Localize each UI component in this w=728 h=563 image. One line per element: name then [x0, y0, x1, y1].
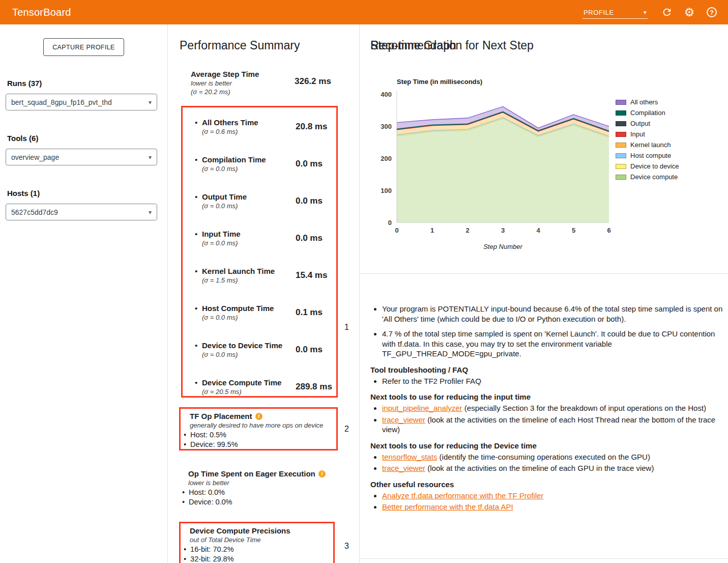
metric-value: 326.2 ms: [295, 76, 331, 87]
hosts-select[interactable]: 5627c5dd7dc9 ▾: [6, 204, 157, 220]
svg-text:300: 300: [381, 123, 392, 130]
legend-item: Kernel launch: [616, 139, 679, 150]
legend-item: Compilation: [616, 107, 679, 118]
runs-label: Runs (37): [7, 79, 167, 88]
help-question-mark: ?: [707, 7, 717, 17]
svg-text:Step Number: Step Number: [483, 243, 522, 250]
gear-icon[interactable]: ⚙: [681, 4, 697, 20]
bullet-icon: •: [195, 267, 197, 275]
rec-link[interactable]: tensorflow_stats: [382, 453, 437, 461]
chevron-down-icon: ▾: [149, 209, 152, 216]
refresh-icon[interactable]: [659, 4, 675, 20]
rec-section-list: tensorflow_stats (identify the time-cons…: [370, 452, 723, 473]
metric-row: •Device to Device Time(σ = 0.0 ms)0.0 ms: [183, 341, 336, 378]
eager-execution-list: Host: 0.0%Device: 0.0%: [182, 488, 334, 507]
info-icon[interactable]: i: [255, 413, 263, 420]
performance-summary-panel: Performance Summary Average Step Time lo…: [168, 24, 360, 563]
tf-op-placement-box: TF Op Placement i generally desired to h…: [179, 407, 338, 451]
bullet-icon: •: [195, 230, 197, 238]
tools-select-value: overview_page: [11, 153, 59, 161]
legend-item: Device compute: [616, 172, 679, 182]
rec-link[interactable]: trace_viewer: [382, 464, 425, 472]
tf-op-placement-list: Host: 0.5%Device: 99.5%: [184, 430, 332, 449]
rec-intro-list: Your program is POTENTIALLY input-bound …: [370, 304, 723, 359]
runs-select-value: bert_squad_8gpu_fp16_pvt_thd: [11, 98, 112, 106]
chevron-down-icon: ▾: [149, 154, 152, 161]
rec-section-heading: Other useful resources: [370, 480, 723, 489]
svg-text:0: 0: [395, 227, 398, 234]
legend-swatch: [616, 132, 626, 137]
legend-label: Kernel launch: [630, 141, 671, 149]
rec-link[interactable]: input_pipeline_analyzer: [382, 404, 462, 412]
eager-execution-subtitle: lower is better: [188, 478, 334, 488]
bullet-icon: •: [195, 192, 197, 201]
metric-value: 0.0 ms: [296, 159, 323, 169]
metric-row: •Compilation Time(σ = 0.0 ms)0.0 ms: [183, 155, 336, 192]
chart-legend: All othersCompilationOutputInputKernel l…: [616, 97, 679, 182]
eager-execution-title: Op Time Spent on Eager Execution: [188, 469, 315, 478]
rec-bullet: tensorflow_stats (identify the time-cons…: [382, 452, 723, 462]
legend-label: Host compute: [630, 152, 671, 159]
legend-label: Compilation: [630, 109, 665, 117]
metric-value: 0.1 ms: [296, 307, 323, 318]
svg-text:5: 5: [572, 227, 575, 234]
metric-value: 0.0 ms: [296, 233, 323, 243]
rec-bullet: Better performance with the tf.data API: [382, 502, 723, 512]
rec-section-heading: Tool troubleshooting / FAQ: [370, 365, 723, 374]
metric-row: •Device Compute Time(σ = 20.5 ms)289.8 m…: [183, 378, 336, 396]
metric-value: 15.4 ms: [296, 270, 327, 280]
capture-profile-button[interactable]: CAPTURE PROFILE: [43, 38, 124, 56]
rec-bullet: trace_viewer (look at the activities on …: [382, 463, 723, 473]
svg-text:4: 4: [536, 227, 540, 234]
step-time-panel: Step-time Graph Step Time (in millisecon…: [360, 24, 728, 563]
rec-bullet: Refer to the TF2 Profiler FAQ: [382, 376, 723, 386]
bullet-icon: •: [195, 118, 197, 127]
metric-value: 0.0 ms: [296, 345, 323, 355]
hosts-select-value: 5627c5dd7dc9: [11, 208, 58, 216]
legend-swatch: [616, 110, 626, 116]
legend-label: Output: [630, 120, 650, 127]
legend-item: All others: [616, 97, 679, 107]
stat-item: Host: 0.0%: [182, 488, 334, 497]
metric-value: 289.8 ms: [296, 382, 332, 392]
tools-select[interactable]: overview_page ▾: [6, 149, 157, 165]
stat-item: Host: 0.5%: [184, 430, 332, 440]
help-icon[interactable]: ?: [704, 4, 720, 20]
annotation-1: 1: [344, 323, 349, 332]
stat-item: Device: 0.0%: [182, 497, 334, 507]
recommendation-content: Your program is POTENTIALLY input-bound …: [370, 304, 723, 514]
gear-glyph: ⚙: [684, 7, 695, 18]
rec-link[interactable]: Analyze tf.data performance with the TF …: [382, 491, 543, 500]
rec-bullet: Analyze tf.data performance with the TF …: [382, 491, 723, 501]
metric-sigma: (σ = 20.2 ms): [191, 88, 343, 96]
legend-swatch: [616, 121, 626, 126]
step-time-breakdown-box: •All Others Time(σ = 0.6 ms)20.8 ms•Comp…: [181, 106, 338, 398]
metric-row: •Kernel Launch Time(σ = 1.5 ms)15.4 ms: [183, 266, 336, 303]
bottom-divider: [360, 558, 728, 559]
legend-swatch: [616, 164, 626, 169]
rec-section-heading: Next tools to use for reducing the Devic…: [370, 441, 723, 450]
section-divider: [360, 273, 728, 274]
metric-row: •Output Time(σ = 0.0 ms)0.0 ms: [183, 192, 336, 229]
rec-link[interactable]: Better performance with the tf.data API: [382, 502, 513, 511]
recommendation-title: Recommendation for Next Step: [370, 39, 534, 52]
legend-item: Device to device: [616, 161, 679, 172]
rec-bullet: Your program is POTENTIALLY input-bound …: [382, 304, 723, 324]
rec-link[interactable]: trace_viewer: [382, 415, 425, 424]
legend-label: Device compute: [630, 173, 678, 181]
svg-text:100: 100: [381, 187, 392, 194]
svg-text:0: 0: [388, 219, 392, 227]
rec-bullet: input_pipeline_analyzer (especially Sect…: [382, 403, 723, 413]
legend-item: Input: [616, 129, 679, 139]
info-icon[interactable]: i: [318, 470, 326, 477]
legend-label: Input: [630, 130, 645, 138]
dashboard-select-value: PROFILE: [584, 9, 614, 16]
rec-section-heading: Next tools to use for reducing the input…: [370, 392, 723, 401]
precisions-header: Device Compute Precisions: [190, 526, 329, 536]
bullet-icon: •: [195, 378, 197, 387]
legend-item: Output: [616, 118, 679, 129]
runs-select[interactable]: bert_squad_8gpu_fp16_pvt_thd ▾: [6, 94, 157, 110]
performance-summary-title: Performance Summary: [180, 39, 300, 52]
stat-item: Device: 99.5%: [184, 440, 332, 449]
dashboard-select[interactable]: PROFILE ▾: [583, 6, 648, 19]
